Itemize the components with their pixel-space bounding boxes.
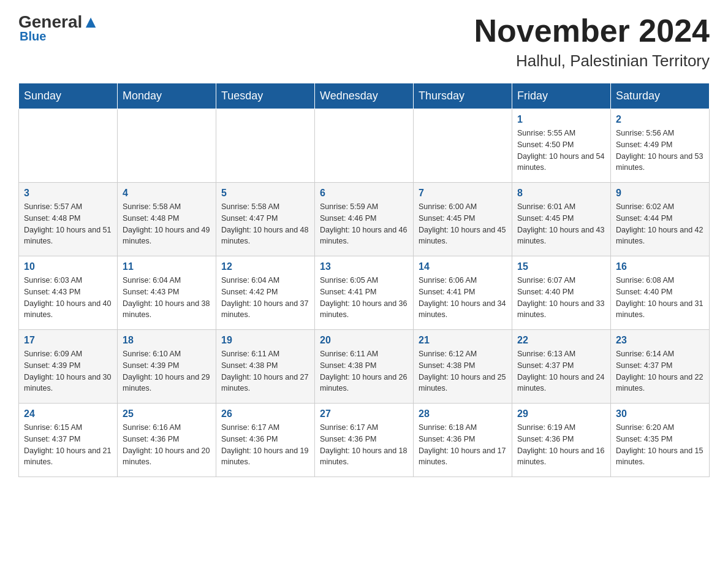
day-of-week-header: Sunday — [19, 83, 118, 109]
calendar-day-cell: 5Sunrise: 5:58 AM Sunset: 4:47 PM Daylig… — [216, 183, 315, 256]
day-info: Sunrise: 6:11 AM Sunset: 4:38 PM Dayligh… — [221, 348, 309, 394]
day-number: 16 — [616, 261, 704, 272]
calendar-week-row: 24Sunrise: 6:15 AM Sunset: 4:37 PM Dayli… — [19, 404, 710, 477]
calendar-day-cell: 16Sunrise: 6:08 AM Sunset: 4:40 PM Dayli… — [611, 256, 710, 330]
calendar-day-cell: 11Sunrise: 6:04 AM Sunset: 4:43 PM Dayli… — [118, 256, 216, 330]
day-number: 7 — [419, 188, 507, 199]
calendar-day-cell: 6Sunrise: 5:59 AM Sunset: 4:46 PM Daylig… — [315, 183, 414, 256]
day-info: Sunrise: 5:56 AM Sunset: 4:49 PM Dayligh… — [616, 128, 704, 174]
calendar-day-cell — [19, 109, 118, 183]
day-number: 6 — [320, 188, 408, 199]
day-number: 2 — [616, 114, 704, 125]
calendar-day-cell: 30Sunrise: 6:20 AM Sunset: 4:35 PM Dayli… — [611, 404, 710, 477]
day-of-week-header: Wednesday — [315, 83, 414, 109]
day-info: Sunrise: 6:17 AM Sunset: 4:36 PM Dayligh… — [320, 422, 408, 468]
day-info: Sunrise: 6:18 AM Sunset: 4:36 PM Dayligh… — [419, 422, 507, 468]
calendar-day-cell: 4Sunrise: 5:58 AM Sunset: 4:48 PM Daylig… — [118, 183, 216, 256]
calendar-header-row: SundayMondayTuesdayWednesdayThursdayFrid… — [19, 83, 710, 109]
calendar-week-row: 10Sunrise: 6:03 AM Sunset: 4:43 PM Dayli… — [19, 256, 710, 330]
day-info: Sunrise: 6:01 AM Sunset: 4:45 PM Dayligh… — [517, 201, 605, 247]
calendar-day-cell: 28Sunrise: 6:18 AM Sunset: 4:36 PM Dayli… — [414, 404, 512, 477]
calendar-day-cell: 23Sunrise: 6:14 AM Sunset: 4:37 PM Dayli… — [611, 330, 710, 404]
day-number: 21 — [419, 335, 507, 346]
day-number: 10 — [24, 261, 112, 272]
calendar-day-cell: 7Sunrise: 6:00 AM Sunset: 4:45 PM Daylig… — [414, 183, 512, 256]
day-of-week-header: Saturday — [611, 83, 710, 109]
calendar-day-cell: 19Sunrise: 6:11 AM Sunset: 4:38 PM Dayli… — [216, 330, 315, 404]
day-info: Sunrise: 6:11 AM Sunset: 4:38 PM Dayligh… — [320, 348, 408, 394]
day-number: 11 — [123, 261, 211, 272]
calendar-day-cell: 10Sunrise: 6:03 AM Sunset: 4:43 PM Dayli… — [19, 256, 118, 330]
day-number: 24 — [24, 408, 112, 419]
page-header: General ▲ Blue November 2024 Halhul, Pal… — [18, 12, 710, 71]
day-info: Sunrise: 6:20 AM Sunset: 4:35 PM Dayligh… — [616, 422, 704, 468]
day-number: 20 — [320, 335, 408, 346]
calendar-day-cell: 8Sunrise: 6:01 AM Sunset: 4:45 PM Daylig… — [512, 183, 611, 256]
calendar-week-row: 3Sunrise: 5:57 AM Sunset: 4:48 PM Daylig… — [19, 183, 710, 256]
day-info: Sunrise: 6:08 AM Sunset: 4:40 PM Dayligh… — [616, 275, 704, 321]
day-info: Sunrise: 5:57 AM Sunset: 4:48 PM Dayligh… — [24, 201, 112, 247]
calendar-day-cell: 9Sunrise: 6:02 AM Sunset: 4:44 PM Daylig… — [611, 183, 710, 256]
day-number: 12 — [221, 261, 309, 272]
day-number: 8 — [517, 188, 605, 199]
calendar-day-cell: 22Sunrise: 6:13 AM Sunset: 4:37 PM Dayli… — [512, 330, 611, 404]
calendar-day-cell: 20Sunrise: 6:11 AM Sunset: 4:38 PM Dayli… — [315, 330, 414, 404]
day-number: 26 — [221, 408, 309, 419]
day-of-week-header: Monday — [118, 83, 216, 109]
day-info: Sunrise: 6:05 AM Sunset: 4:41 PM Dayligh… — [320, 275, 408, 321]
day-info: Sunrise: 6:16 AM Sunset: 4:36 PM Dayligh… — [123, 422, 211, 468]
day-info: Sunrise: 6:13 AM Sunset: 4:37 PM Dayligh… — [517, 348, 605, 394]
day-number: 29 — [517, 408, 605, 419]
calendar-day-cell — [118, 109, 216, 183]
calendar-day-cell: 26Sunrise: 6:17 AM Sunset: 4:36 PM Dayli… — [216, 404, 315, 477]
day-info: Sunrise: 5:58 AM Sunset: 4:47 PM Dayligh… — [221, 201, 309, 247]
calendar-day-cell — [216, 109, 315, 183]
day-info: Sunrise: 6:04 AM Sunset: 4:43 PM Dayligh… — [123, 275, 211, 321]
calendar-day-cell: 25Sunrise: 6:16 AM Sunset: 4:36 PM Dayli… — [118, 404, 216, 477]
location-title: Halhul, Palestinian Territory — [474, 52, 710, 71]
day-of-week-header: Tuesday — [216, 83, 315, 109]
month-title: November 2024 — [474, 12, 710, 49]
day-info: Sunrise: 6:04 AM Sunset: 4:42 PM Dayligh… — [221, 275, 309, 321]
day-info: Sunrise: 5:59 AM Sunset: 4:46 PM Dayligh… — [320, 201, 408, 247]
calendar-day-cell: 13Sunrise: 6:05 AM Sunset: 4:41 PM Dayli… — [315, 256, 414, 330]
calendar-day-cell: 1Sunrise: 5:55 AM Sunset: 4:50 PM Daylig… — [512, 109, 611, 183]
day-number: 27 — [320, 408, 408, 419]
day-info: Sunrise: 6:06 AM Sunset: 4:41 PM Dayligh… — [419, 275, 507, 321]
day-of-week-header: Thursday — [414, 83, 512, 109]
day-number: 18 — [123, 335, 211, 346]
calendar-day-cell — [315, 109, 414, 183]
calendar-week-row: 17Sunrise: 6:09 AM Sunset: 4:39 PM Dayli… — [19, 330, 710, 404]
day-number: 5 — [221, 188, 309, 199]
day-info: Sunrise: 6:12 AM Sunset: 4:38 PM Dayligh… — [419, 348, 507, 394]
calendar-day-cell: 2Sunrise: 5:56 AM Sunset: 4:49 PM Daylig… — [611, 109, 710, 183]
day-number: 25 — [123, 408, 211, 419]
calendar-day-cell: 14Sunrise: 6:06 AM Sunset: 4:41 PM Dayli… — [414, 256, 512, 330]
day-number: 28 — [419, 408, 507, 419]
day-info: Sunrise: 6:00 AM Sunset: 4:45 PM Dayligh… — [419, 201, 507, 247]
logo-blue-text: ▲ — [82, 12, 99, 32]
day-info: Sunrise: 6:14 AM Sunset: 4:37 PM Dayligh… — [616, 348, 704, 394]
day-number: 4 — [123, 188, 211, 199]
calendar-day-cell: 21Sunrise: 6:12 AM Sunset: 4:38 PM Dayli… — [414, 330, 512, 404]
day-number: 1 — [517, 114, 605, 125]
day-of-week-header: Friday — [512, 83, 611, 109]
calendar-day-cell — [414, 109, 512, 183]
day-number: 15 — [517, 261, 605, 272]
logo-subtitle: Blue — [20, 29, 46, 44]
calendar-day-cell: 29Sunrise: 6:19 AM Sunset: 4:36 PM Dayli… — [512, 404, 611, 477]
calendar-day-cell: 12Sunrise: 6:04 AM Sunset: 4:42 PM Dayli… — [216, 256, 315, 330]
calendar-day-cell: 17Sunrise: 6:09 AM Sunset: 4:39 PM Dayli… — [19, 330, 118, 404]
day-number: 14 — [419, 261, 507, 272]
day-info: Sunrise: 6:07 AM Sunset: 4:40 PM Dayligh… — [517, 275, 605, 321]
calendar-day-cell: 3Sunrise: 5:57 AM Sunset: 4:48 PM Daylig… — [19, 183, 118, 256]
day-info: Sunrise: 5:58 AM Sunset: 4:48 PM Dayligh… — [123, 201, 211, 247]
calendar-day-cell: 24Sunrise: 6:15 AM Sunset: 4:37 PM Dayli… — [19, 404, 118, 477]
day-info: Sunrise: 6:02 AM Sunset: 4:44 PM Dayligh… — [616, 201, 704, 247]
calendar-week-row: 1Sunrise: 5:55 AM Sunset: 4:50 PM Daylig… — [19, 109, 710, 183]
day-info: Sunrise: 6:09 AM Sunset: 4:39 PM Dayligh… — [24, 348, 112, 394]
day-info: Sunrise: 6:03 AM Sunset: 4:43 PM Dayligh… — [24, 275, 112, 321]
day-number: 9 — [616, 188, 704, 199]
day-number: 17 — [24, 335, 112, 346]
day-info: Sunrise: 6:15 AM Sunset: 4:37 PM Dayligh… — [24, 422, 112, 468]
